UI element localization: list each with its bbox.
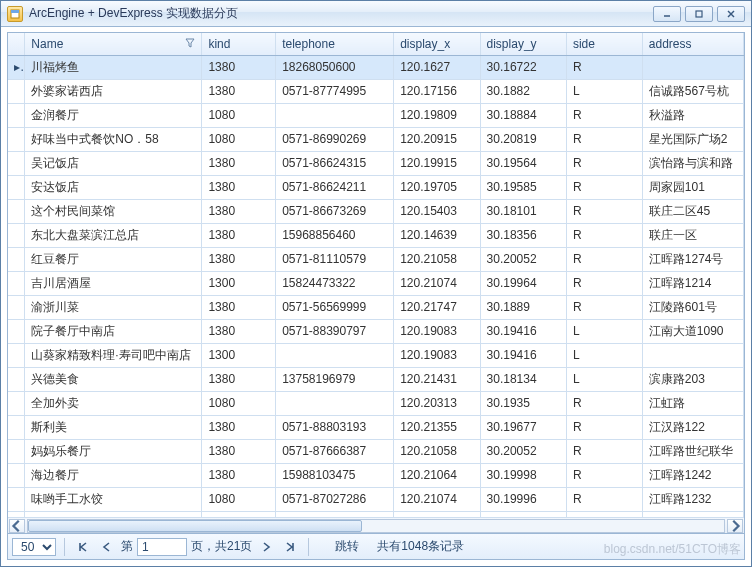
cell-display_x[interactable]: 120.19083	[394, 319, 480, 343]
cell-display_y[interactable]: 30.1935	[480, 391, 566, 415]
cell-side[interactable]: R	[566, 439, 642, 463]
cell-telephone[interactable]	[276, 511, 394, 517]
cell-side[interactable]: R	[566, 295, 642, 319]
cell-address[interactable]: 联庄二区45	[642, 199, 743, 223]
cell-kind[interactable]: 1380	[202, 295, 276, 319]
cell-display_y[interactable]: 30.19416	[480, 343, 566, 367]
cell-display_y[interactable]: 30.20819	[480, 127, 566, 151]
row-indicator[interactable]	[8, 439, 25, 463]
cell-display_x[interactable]: 120.19083	[394, 343, 480, 367]
table-row[interactable]: 山葵家精致料理·寿司吧中南店1300120.1908330.19416L	[8, 343, 744, 367]
scroll-thumb[interactable]	[28, 520, 362, 532]
cell-address[interactable]: 江汉路122	[642, 415, 743, 439]
table-row[interactable]: 东北大盘菜滨江总店138015968856460120.1463930.1835…	[8, 223, 744, 247]
cell-telephone[interactable]: 18268050600	[276, 55, 394, 79]
cell-telephone[interactable]: 13758196979	[276, 367, 394, 391]
row-indicator[interactable]	[8, 367, 25, 391]
cell-side[interactable]: L	[566, 319, 642, 343]
cell-display_y[interactable]: 30.16722	[480, 55, 566, 79]
row-indicator[interactable]	[8, 247, 25, 271]
horizontal-scrollbar[interactable]	[8, 517, 744, 533]
cell-telephone[interactable]: 0571-87027286	[276, 487, 394, 511]
cell-telephone[interactable]: 0571-87666387	[276, 439, 394, 463]
cell-display_x[interactable]: 120.20915	[394, 127, 480, 151]
row-indicator[interactable]	[8, 391, 25, 415]
cell-name[interactable]: 好味当中式餐饮NO．58	[25, 127, 202, 151]
cell-address[interactable]: 江晖路1232	[642, 511, 743, 517]
cell-address[interactable]: 江陵路601号	[642, 295, 743, 319]
column-header-name[interactable]: Name	[25, 33, 202, 55]
cell-kind[interactable]: 1300	[202, 271, 276, 295]
cell-name[interactable]: 全加外卖	[25, 391, 202, 415]
cell-display_y[interactable]: 30.19564	[480, 151, 566, 175]
cell-display_y[interactable]: 30.19585	[480, 175, 566, 199]
cell-address[interactable]	[642, 55, 743, 79]
cell-display_x[interactable]: 120.21074	[394, 271, 480, 295]
cell-name[interactable]: 山葵家精致料理·寿司吧中南店	[25, 343, 202, 367]
close-button[interactable]	[717, 6, 745, 22]
cell-address[interactable]: 江虹路	[642, 391, 743, 415]
table-row[interactable]: 海边餐厅138015988103475120.2106430.19998R江晖路…	[8, 463, 744, 487]
cell-side[interactable]: R	[566, 511, 642, 517]
column-header-display-y[interactable]: display_y	[480, 33, 566, 55]
cell-kind[interactable]: 1380	[202, 151, 276, 175]
table-row[interactable]: 金润餐厅1080120.1980930.18884R秋溢路	[8, 103, 744, 127]
cell-display_x[interactable]: 120.21074	[394, 487, 480, 511]
cell-display_y[interactable]: 30.1889	[480, 295, 566, 319]
cell-display_x[interactable]: 120.19809	[394, 103, 480, 127]
minimize-button[interactable]	[653, 6, 681, 22]
cell-name[interactable]: 兴德美食	[25, 367, 202, 391]
table-row[interactable]: 全加外卖1080120.2031330.1935R江虹路	[8, 391, 744, 415]
data-grid[interactable]: Name kind telephone display_x display_y …	[7, 32, 745, 534]
cell-display_x[interactable]: 120.21074	[394, 511, 480, 517]
cell-address[interactable]: 江晖路1214	[642, 271, 743, 295]
cell-side[interactable]: R	[566, 103, 642, 127]
cell-display_x[interactable]: 120.19915	[394, 151, 480, 175]
cell-side[interactable]: R	[566, 271, 642, 295]
cell-display_y[interactable]: 30.19964	[480, 271, 566, 295]
cell-name[interactable]: 吉川居酒屋	[25, 271, 202, 295]
row-indicator[interactable]	[8, 223, 25, 247]
cell-address[interactable]: 江南大道1090	[642, 319, 743, 343]
cell-side[interactable]: R	[566, 463, 642, 487]
cell-display_y[interactable]: 30.19998	[480, 463, 566, 487]
cell-name[interactable]: 海边餐厅	[25, 463, 202, 487]
last-page-button[interactable]	[280, 538, 300, 556]
cell-address[interactable]: 江晖路1232	[642, 487, 743, 511]
cell-display_x[interactable]: 120.15403	[394, 199, 480, 223]
table-row[interactable]: 渝浙川菜13800571-56569999120.2174730.1889R江陵…	[8, 295, 744, 319]
row-indicator[interactable]	[8, 103, 25, 127]
cell-display_y[interactable]: 30.18356	[480, 223, 566, 247]
cell-side[interactable]: R	[566, 223, 642, 247]
cell-display_x[interactable]: 120.17156	[394, 79, 480, 103]
cell-side[interactable]: R	[566, 175, 642, 199]
cell-address[interactable]: 联庄一区	[642, 223, 743, 247]
row-indicator[interactable]	[8, 127, 25, 151]
cell-display_y[interactable]: 30.19988	[480, 511, 566, 517]
cell-name[interactable]: 妈妈乐餐厅	[25, 439, 202, 463]
cell-display_y[interactable]: 30.19416	[480, 319, 566, 343]
row-indicator[interactable]	[8, 79, 25, 103]
filter-icon[interactable]	[185, 37, 195, 51]
row-indicator[interactable]	[8, 175, 25, 199]
cell-kind[interactable]: 1380	[202, 223, 276, 247]
row-indicator[interactable]	[8, 343, 25, 367]
cell-address[interactable]: 滨康路203	[642, 367, 743, 391]
cell-kind[interactable]: 1380	[202, 367, 276, 391]
cell-display_x[interactable]: 120.14639	[394, 223, 480, 247]
cell-address[interactable]: 信诚路567号杭	[642, 79, 743, 103]
cell-address[interactable]: 江晖路世纪联华	[642, 439, 743, 463]
cell-telephone[interactable]: 0571-86990269	[276, 127, 394, 151]
cell-display_x[interactable]: 120.21431	[394, 367, 480, 391]
cell-address[interactable]: 江晖路1242	[642, 463, 743, 487]
cell-telephone[interactable]	[276, 103, 394, 127]
cell-display_x[interactable]: 120.21058	[394, 247, 480, 271]
row-indicator[interactable]	[8, 271, 25, 295]
row-indicator[interactable]	[8, 199, 25, 223]
table-row[interactable]: 安达饭店13800571-86624211120.1970530.19585R周…	[8, 175, 744, 199]
next-page-button[interactable]	[256, 538, 276, 556]
scroll-track[interactable]	[27, 519, 725, 533]
row-indicator[interactable]	[8, 415, 25, 439]
table-row[interactable]: ▸川福烤鱼138018268050600120.162730.16722R	[8, 55, 744, 79]
cell-display_x[interactable]: 120.1627	[394, 55, 480, 79]
